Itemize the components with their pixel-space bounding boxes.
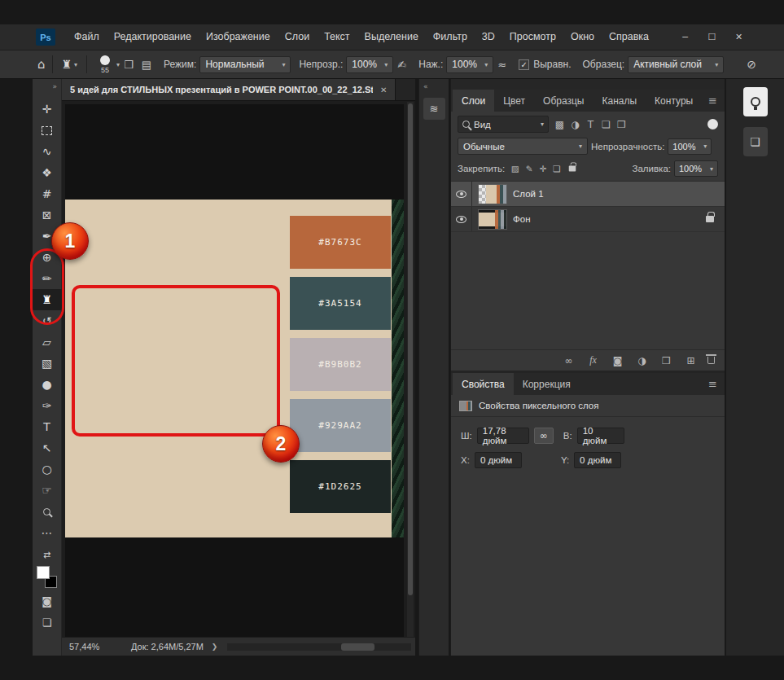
menu-item[interactable]: Файл	[67, 24, 107, 50]
layer-opacity-field[interactable]: 100% ▾	[668, 138, 712, 155]
quick-mask-icon[interactable]: ◙	[42, 592, 52, 611]
libraries-panel-button[interactable]: ❏	[743, 127, 768, 156]
zoom-level-field[interactable]: 57,44%	[69, 642, 112, 651]
sample-select[interactable]: Активный слой ▾	[628, 56, 724, 73]
panel-tab[interactable]: Свойства	[453, 373, 514, 395]
lock-transparency-icon[interactable]: ▨	[508, 161, 522, 177]
new-layer-icon[interactable]: ⊞	[683, 353, 699, 368]
filter-adjustment-layers-icon[interactable]: ◑	[567, 116, 583, 132]
foreground-color-swatch[interactable]	[37, 566, 50, 579]
filter-type-layers-icon[interactable]: T	[583, 116, 598, 132]
frame-tool[interactable]: ⊠	[35, 204, 59, 226]
zoom-tool[interactable]	[35, 501, 59, 522]
brush-settings-panel-toggle-icon[interactable]: ❒	[124, 59, 134, 71]
width-field[interactable]: 17,78 дюйм	[477, 428, 529, 444]
move-tool[interactable]: ✛	[35, 99, 59, 120]
horizontal-scrollbar-thumb[interactable]	[341, 643, 374, 651]
path-selection-tool[interactable]: ↖	[35, 437, 59, 458]
eraser-tool[interactable]: ▱	[35, 331, 59, 353]
menu-item[interactable]: Текст	[317, 24, 357, 50]
pen-pressure-opacity-icon[interactable]: ✍	[397, 59, 406, 71]
link-layers-icon[interactable]: ∞	[561, 353, 576, 368]
more-tools[interactable]: ⋯	[35, 522, 59, 543]
clone-source-panel-toggle-icon[interactable]: ▤	[142, 59, 151, 71]
menu-item[interactable]: Выделение	[357, 24, 426, 50]
document-tab[interactable]: 5 идей для СТИЛЬНЫХ презентаций в POWER …	[62, 79, 396, 100]
height-field[interactable]: 10 дюйм	[577, 428, 624, 444]
layer-filter-select[interactable]: Вид ▾	[458, 116, 549, 133]
layer-visibility-toggle[interactable]	[451, 182, 472, 206]
panel-tab[interactable]: Цвет	[494, 90, 534, 112]
lock-all-icon[interactable]	[569, 166, 576, 172]
hand-tool[interactable]: ☞	[35, 480, 59, 501]
filter-pixel-layers-icon[interactable]: ▩	[552, 116, 567, 132]
tool-preset-picker[interactable]: ♜ ▾	[59, 56, 81, 72]
layer-mask-icon[interactable]: ◙	[610, 353, 625, 368]
gradient-tool[interactable]: ▧	[35, 353, 59, 374]
layer-row[interactable]: Фон	[451, 207, 725, 232]
x-field[interactable]: 0 дюйм	[475, 452, 522, 468]
home-icon[interactable]: ⌂	[37, 57, 46, 72]
type-tool[interactable]: T	[35, 416, 59, 437]
lock-pixels-icon[interactable]: ✎	[522, 161, 536, 177]
panel-menu-icon[interactable]: ≡	[708, 378, 717, 390]
layer-visibility-toggle[interactable]	[451, 207, 472, 231]
rectangular-marquee-tool[interactable]	[35, 120, 59, 141]
panel-tab[interactable]: Каналы	[593, 90, 646, 112]
menu-item[interactable]: Редактирование	[107, 24, 199, 50]
quick-selection-tool[interactable]: ❖	[35, 162, 59, 183]
close-icon[interactable]: ✕	[380, 86, 387, 94]
menu-item[interactable]: Справка	[602, 24, 656, 50]
airbrush-icon[interactable]: ≈	[497, 59, 506, 71]
horizontal-scrollbar[interactable]	[227, 643, 411, 651]
screen-mode-icon[interactable]: ❏	[42, 613, 52, 632]
menu-item[interactable]: 3D	[475, 24, 502, 50]
adjustment-layer-icon[interactable]: ◑	[634, 353, 650, 368]
link-dimensions-icon[interactable]: ∞	[534, 428, 554, 444]
ellipse-tool[interactable]: ○	[35, 458, 59, 480]
lock-artboard-icon[interactable]: ❏	[550, 161, 563, 177]
flow-select[interactable]: 100% ▾	[446, 56, 493, 73]
aligned-checkbox[interactable]: ✓ Выравн.	[519, 59, 571, 70]
menu-item[interactable]: Изображение	[199, 24, 278, 50]
layer-group-icon[interactable]: ❒	[659, 353, 674, 368]
opacity-select[interactable]: 100% ▾	[346, 56, 393, 73]
lock-position-icon[interactable]: ✛	[536, 161, 550, 177]
menu-item[interactable]: Слои	[278, 24, 317, 50]
crop-tool[interactable]: #	[35, 183, 59, 204]
pen-tool[interactable]: ✑	[35, 395, 59, 416]
history-brush-tool[interactable]: ↺	[35, 310, 59, 331]
ignore-adjustment-layers-icon[interactable]: ⊘	[747, 58, 756, 71]
panel-tab[interactable]: Коррекция	[514, 373, 580, 395]
window-maximize-button[interactable]: ☐	[701, 29, 723, 46]
brushes-panel-icon[interactable]: ≋	[423, 98, 445, 120]
foreground-background-colors[interactable]	[36, 566, 58, 588]
discover-panel-button[interactable]	[743, 87, 768, 116]
panel-menu-icon[interactable]: ≡	[708, 94, 717, 107]
layer-blend-mode-select[interactable]: Обычные ▾	[458, 138, 588, 155]
menu-item[interactable]: Окно	[563, 24, 602, 50]
delete-layer-icon[interactable]	[707, 357, 715, 364]
layer-row[interactable]: Слой 1	[451, 182, 725, 207]
filter-smart-objects-icon[interactable]: ❒	[614, 116, 629, 132]
blur-tool[interactable]: ●	[35, 374, 59, 395]
window-minimize-button[interactable]: ─	[674, 29, 696, 46]
panel-tab[interactable]: Контуры	[646, 90, 702, 112]
dock-collapse-icon[interactable]: «	[423, 82, 428, 90]
layer-filter-toggle[interactable]	[707, 119, 718, 129]
vertical-scrollbar-thumb[interactable]	[408, 103, 413, 595]
clone-stamp-tool[interactable]: ♜	[33, 289, 62, 310]
menu-item[interactable]: Фильтр	[426, 24, 475, 50]
chevron-down-icon[interactable]: ▾	[116, 61, 120, 68]
layer-fill-field[interactable]: 100% ▾	[674, 160, 718, 177]
panel-tab[interactable]: Образцы	[534, 90, 593, 112]
toolbar-collapse-icon[interactable]: »	[52, 82, 57, 90]
swap-colors-icon[interactable]: ⇄	[43, 550, 50, 562]
panel-tab[interactable]: Слои	[453, 90, 494, 112]
brush-size-picker[interactable]: 55	[94, 55, 116, 74]
layer-effects-icon[interactable]: fx	[585, 353, 601, 368]
blend-mode-select[interactable]: Нормальный ▾	[199, 56, 291, 73]
window-close-button[interactable]: ✕	[728, 29, 750, 46]
menu-item[interactable]: Просмотр	[502, 24, 563, 50]
filter-shape-layers-icon[interactable]: ❏	[598, 116, 614, 132]
